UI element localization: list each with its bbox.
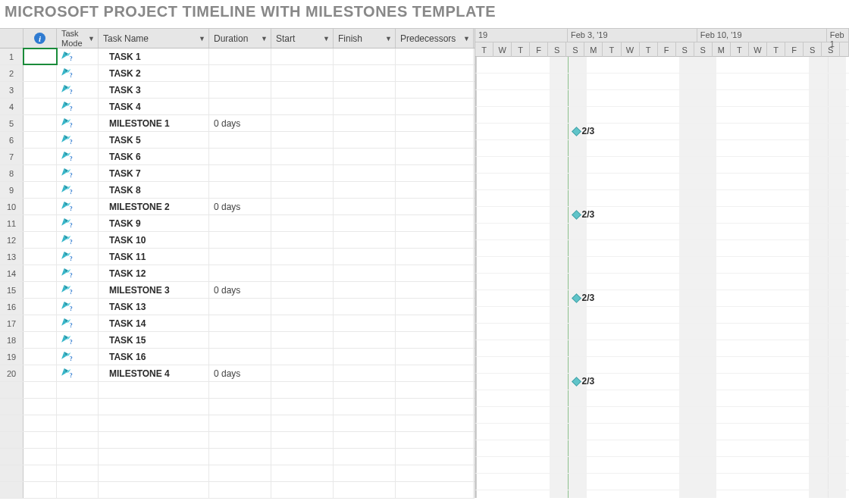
cell-finish[interactable] [334, 232, 396, 248]
header-task-name[interactable]: Task Name ▼ [99, 29, 209, 48]
cell-start[interactable] [271, 399, 334, 415]
cell-predecessors[interactable] [396, 215, 474, 231]
table-row[interactable] [0, 482, 475, 499]
row-number[interactable]: 10 [0, 199, 23, 214]
cell-task-name[interactable] [99, 465, 209, 481]
cell-duration[interactable]: 0 days [209, 282, 271, 298]
cell-task-name[interactable]: MILESTONE 1 [99, 115, 209, 131]
cell-start[interactable] [271, 349, 334, 365]
cell-task-name[interactable]: TASK 11 [99, 249, 209, 265]
cell-finish[interactable] [334, 215, 396, 231]
header-info[interactable]: i [23, 29, 57, 48]
cell-info[interactable] [23, 465, 57, 481]
cell-task-mode[interactable]: ? [57, 265, 99, 281]
timeline-row[interactable] [475, 74, 849, 90]
timeline-row[interactable] [475, 224, 849, 240]
cell-task-name[interactable]: TASK 8 [99, 182, 209, 198]
timeline-row[interactable] [475, 207, 849, 224]
cell-start[interactable] [271, 282, 334, 298]
cell-task-name[interactable]: TASK 15 [99, 332, 209, 348]
cell-predecessors[interactable] [396, 82, 474, 98]
cell-task-mode[interactable] [57, 399, 99, 415]
cell-duration[interactable] [209, 349, 271, 365]
cell-info[interactable] [23, 282, 57, 298]
cell-info[interactable] [23, 115, 57, 131]
row-number[interactable]: 16 [0, 299, 23, 315]
row-number[interactable]: 8 [0, 165, 23, 181]
table-row[interactable]: 5 ? MILESTONE 10 days [0, 115, 475, 132]
cell-start[interactable] [271, 265, 334, 281]
table-row[interactable]: 16 ? TASK 13 [0, 299, 475, 315]
cell-task-mode[interactable] [57, 415, 99, 431]
row-number[interactable]: 18 [0, 332, 23, 348]
timeline-row[interactable] [475, 390, 849, 407]
cell-start[interactable] [271, 149, 334, 164]
cell-predecessors[interactable] [396, 332, 474, 348]
timeline-row[interactable] [475, 90, 849, 107]
cell-info[interactable] [23, 332, 57, 348]
cell-start[interactable] [271, 382, 334, 398]
cell-start[interactable] [271, 115, 334, 131]
cell-info[interactable] [23, 399, 57, 415]
cell-start[interactable] [271, 82, 334, 98]
table-row[interactable] [0, 432, 475, 449]
cell-task-mode[interactable]: ? [57, 249, 99, 265]
cell-info[interactable] [23, 215, 57, 231]
gantt-timeline[interactable]: 19Feb 3, '19Feb 10, '19Feb 1 TWTFSSMTWTF… [475, 29, 849, 498]
cell-finish[interactable] [334, 382, 396, 398]
cell-predecessors[interactable] [396, 282, 474, 298]
row-number[interactable] [0, 449, 23, 465]
cell-task-mode[interactable]: ? [57, 82, 99, 98]
cell-start[interactable] [271, 49, 334, 64]
cell-start[interactable] [271, 449, 334, 465]
cell-start[interactable] [271, 132, 334, 148]
milestone-marker[interactable]: 2/3 [573, 376, 595, 387]
cell-predecessors[interactable] [396, 99, 474, 114]
timeline-row[interactable] [475, 290, 849, 307]
cell-task-name[interactable]: TASK 3 [99, 82, 209, 98]
cell-task-mode[interactable]: ? [57, 365, 99, 381]
row-number[interactable]: 11 [0, 215, 23, 231]
cell-start[interactable] [271, 432, 334, 448]
cell-duration[interactable] [209, 315, 271, 331]
cell-duration[interactable] [209, 82, 271, 98]
cell-duration[interactable] [209, 399, 271, 415]
cell-finish[interactable] [334, 132, 396, 148]
cell-finish[interactable] [334, 365, 396, 381]
table-row[interactable]: 14 ? TASK 12 [0, 265, 475, 282]
cell-info[interactable] [23, 249, 57, 265]
cell-task-name[interactable]: TASK 7 [99, 165, 209, 181]
row-number[interactable]: 2 [0, 65, 23, 81]
chevron-down-icon[interactable]: ▼ [323, 35, 330, 42]
chevron-down-icon[interactable]: ▼ [88, 35, 95, 42]
cell-start[interactable] [271, 215, 334, 231]
cell-predecessors[interactable] [396, 382, 474, 398]
cell-task-mode[interactable]: ? [57, 99, 99, 114]
timeline-row[interactable] [475, 424, 849, 440]
cell-task-name[interactable]: TASK 5 [99, 132, 209, 148]
cell-info[interactable] [23, 365, 57, 381]
cell-task-mode[interactable]: ? [57, 282, 99, 298]
cell-predecessors[interactable] [396, 365, 474, 381]
cell-duration[interactable] [209, 232, 271, 248]
cell-finish[interactable] [334, 82, 396, 98]
cell-predecessors[interactable] [396, 449, 474, 465]
table-row[interactable]: 15 ? MILESTONE 30 days [0, 282, 475, 299]
cell-duration[interactable] [209, 465, 271, 481]
timeline-row[interactable] [475, 174, 849, 190]
cell-finish[interactable] [334, 432, 396, 448]
cell-duration[interactable] [209, 332, 271, 348]
table-row[interactable] [0, 449, 475, 465]
cell-info[interactable] [23, 149, 57, 164]
table-row[interactable] [0, 382, 475, 399]
timeline-row[interactable] [475, 157, 849, 174]
table-row[interactable] [0, 399, 475, 415]
row-number[interactable]: 20 [0, 365, 23, 381]
row-number[interactable] [0, 432, 23, 448]
table-row[interactable]: 3 ? TASK 3 [0, 82, 475, 99]
row-number[interactable]: 6 [0, 132, 23, 148]
cell-start[interactable] [271, 332, 334, 348]
cell-task-mode[interactable]: ? [57, 299, 99, 315]
cell-info[interactable] [23, 415, 57, 431]
milestone-marker[interactable]: 2/3 [573, 209, 595, 220]
